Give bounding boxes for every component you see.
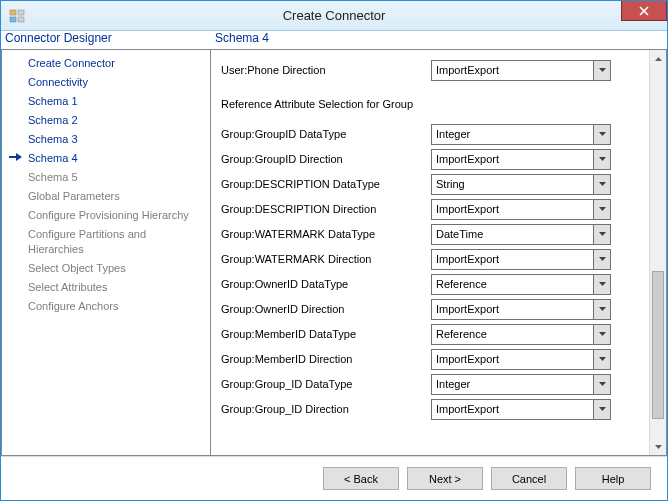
- panel-headers: Connector Designer Schema 4: [1, 31, 667, 49]
- form-row: Group:OwnerID DataTypeReference: [221, 272, 645, 296]
- chevron-down-icon[interactable]: [593, 61, 610, 80]
- form-row: Group:MemberID DirectionImportExport: [221, 347, 645, 371]
- chevron-down-icon[interactable]: [593, 375, 610, 394]
- combo-value: Integer: [432, 128, 593, 140]
- nav-item-label: Schema 1: [28, 95, 78, 107]
- svg-marker-19: [599, 382, 606, 386]
- combo-box[interactable]: ImportExport: [431, 299, 611, 320]
- current-step-arrow-icon: [8, 151, 22, 163]
- nav-item[interactable]: Configure Anchors: [2, 297, 210, 316]
- svg-marker-12: [599, 207, 606, 211]
- button-bar: < Back Next > Cancel Help: [1, 456, 667, 500]
- help-button[interactable]: Help: [575, 467, 651, 490]
- chevron-down-icon[interactable]: [593, 150, 610, 169]
- nav-item[interactable]: Schema 2: [2, 111, 210, 130]
- svg-marker-11: [599, 182, 606, 186]
- next-button[interactable]: Next >: [407, 467, 483, 490]
- form-row: Group:MemberID DataTypeReference: [221, 322, 645, 346]
- field-label: User:Phone Direction: [221, 64, 431, 76]
- combo-box[interactable]: ImportExport: [431, 249, 611, 270]
- nav-item-label: Schema 5: [28, 171, 78, 183]
- main-heading: Schema 4: [211, 31, 667, 49]
- combo-box[interactable]: Reference: [431, 274, 611, 295]
- nav-item-label: Configure Provisioning Hierarchy: [28, 209, 189, 221]
- nav-item[interactable]: Schema 5: [2, 168, 210, 187]
- combo-box[interactable]: String: [431, 174, 611, 195]
- nav-item[interactable]: Schema 4: [2, 149, 210, 168]
- field-label: Group:WATERMARK DataType: [221, 228, 431, 240]
- chevron-down-icon[interactable]: [593, 325, 610, 344]
- field-label: Group:OwnerID Direction: [221, 303, 431, 315]
- nav-item[interactable]: Select Attributes: [2, 278, 210, 297]
- chevron-down-icon[interactable]: [593, 200, 610, 219]
- chevron-down-icon[interactable]: [593, 125, 610, 144]
- form-row: Group:DESCRIPTION DataTypeString: [221, 172, 645, 196]
- nav-item-label: Create Connector: [28, 57, 115, 69]
- chevron-down-icon[interactable]: [593, 250, 610, 269]
- field-label: Group:DESCRIPTION Direction: [221, 203, 431, 215]
- titlebar[interactable]: Create Connector: [1, 1, 667, 31]
- chevron-down-icon[interactable]: [593, 275, 610, 294]
- combo-box[interactable]: ImportExport: [431, 399, 611, 420]
- combo-box[interactable]: ImportExport: [431, 60, 611, 81]
- form-row: User:Phone DirectionImportExport: [221, 58, 645, 82]
- chevron-down-icon[interactable]: [593, 350, 610, 369]
- combo-value: Reference: [432, 278, 593, 290]
- nav-item-label: Schema 4: [28, 152, 78, 164]
- scroll-track[interactable]: [650, 67, 666, 438]
- scroll-down-button[interactable]: [650, 438, 666, 455]
- svg-marker-7: [16, 153, 22, 161]
- form-row: Group:Group_ID DataTypeInteger: [221, 372, 645, 396]
- scroll-up-button[interactable]: [650, 50, 666, 67]
- app-icon: [9, 8, 25, 24]
- cancel-button[interactable]: Cancel: [491, 467, 567, 490]
- svg-marker-22: [655, 445, 662, 449]
- combo-box[interactable]: DateTime: [431, 224, 611, 245]
- combo-box[interactable]: ImportExport: [431, 349, 611, 370]
- svg-marker-9: [599, 132, 606, 136]
- form-row: Group:OwnerID DirectionImportExport: [221, 297, 645, 321]
- chevron-down-icon[interactable]: [593, 225, 610, 244]
- svg-marker-20: [599, 407, 606, 411]
- svg-marker-16: [599, 307, 606, 311]
- chevron-down-icon[interactable]: [593, 175, 610, 194]
- scroll-thumb[interactable]: [652, 271, 664, 419]
- chevron-down-icon[interactable]: [593, 300, 610, 319]
- nav-item[interactable]: Create Connector: [2, 54, 210, 73]
- svg-rect-2: [10, 17, 16, 22]
- form-row: Group:WATERMARK DirectionImportExport: [221, 247, 645, 271]
- svg-marker-13: [599, 232, 606, 236]
- field-label: Group:MemberID Direction: [221, 353, 431, 365]
- field-label: Group:OwnerID DataType: [221, 278, 431, 290]
- combo-value: ImportExport: [432, 303, 593, 315]
- close-button[interactable]: [621, 1, 667, 21]
- combo-value: ImportExport: [432, 153, 593, 165]
- combo-value: DateTime: [432, 228, 593, 240]
- combo-box[interactable]: ImportExport: [431, 149, 611, 170]
- back-button[interactable]: < Back: [323, 467, 399, 490]
- nav-item[interactable]: Global Parameters: [2, 187, 210, 206]
- nav-item[interactable]: Schema 3: [2, 130, 210, 149]
- combo-value: ImportExport: [432, 353, 593, 365]
- sidebar: Create ConnectorConnectivitySchema 1Sche…: [1, 49, 211, 456]
- chevron-down-icon[interactable]: [593, 400, 610, 419]
- field-label: Group:GroupID Direction: [221, 153, 431, 165]
- nav-item[interactable]: Configure Provisioning Hierarchy: [2, 206, 210, 225]
- field-label: Group:DESCRIPTION DataType: [221, 178, 431, 190]
- window-title: Create Connector: [1, 8, 667, 23]
- combo-value: String: [432, 178, 593, 190]
- combo-box[interactable]: ImportExport: [431, 199, 611, 220]
- nav-item[interactable]: Select Object Types: [2, 259, 210, 278]
- svg-rect-1: [18, 10, 24, 15]
- nav-item[interactable]: Schema 1: [2, 92, 210, 111]
- vertical-scrollbar[interactable]: [649, 50, 666, 455]
- field-label: Group:Group_ID DataType: [221, 378, 431, 390]
- nav-item-label: Schema 2: [28, 114, 78, 126]
- nav-item[interactable]: Configure Partitions and Hierarchies: [2, 225, 210, 259]
- nav-item[interactable]: Connectivity: [2, 73, 210, 92]
- combo-box[interactable]: Reference: [431, 324, 611, 345]
- combo-box[interactable]: Integer: [431, 374, 611, 395]
- nav-item-label: Configure Anchors: [28, 300, 119, 312]
- combo-box[interactable]: Integer: [431, 124, 611, 145]
- svg-marker-10: [599, 157, 606, 161]
